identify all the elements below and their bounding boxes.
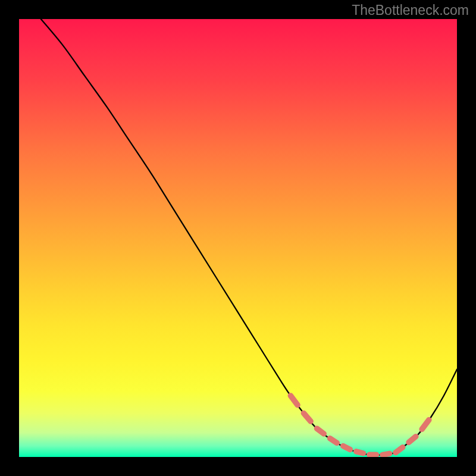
optimal-dash xyxy=(396,447,403,453)
optimal-dash xyxy=(317,428,324,434)
optimal-dash xyxy=(330,439,337,443)
bottleneck-curve xyxy=(19,19,457,457)
optimal-dash xyxy=(409,437,416,443)
optimal-dash xyxy=(422,420,429,430)
attribution-text: TheBottleneck.com xyxy=(352,2,469,18)
optimal-dash xyxy=(290,396,298,405)
optimal-dash xyxy=(303,413,311,421)
chart-area xyxy=(19,19,457,457)
optimal-dash xyxy=(383,453,390,455)
optimal-dash xyxy=(343,446,350,450)
optimal-dash xyxy=(356,452,364,453)
curve-path xyxy=(41,19,457,455)
optimal-dash-group xyxy=(290,396,429,455)
